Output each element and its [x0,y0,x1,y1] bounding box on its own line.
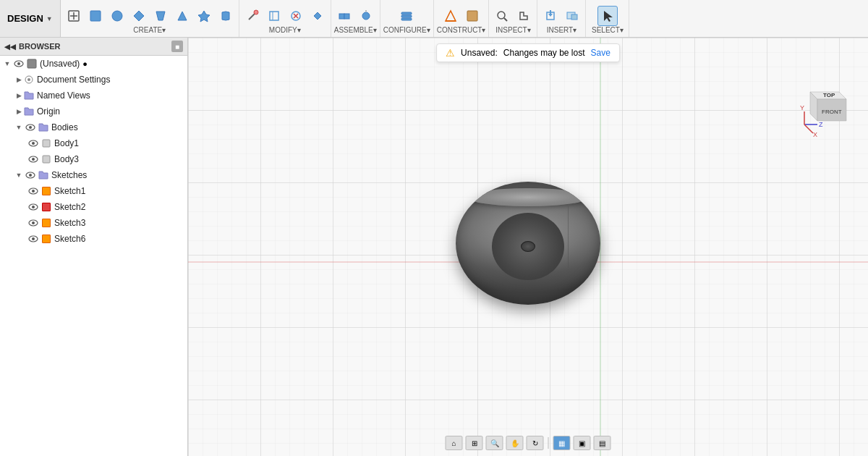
tree-icon-unsaved [26,59,38,69]
assemble-label: ASSEMBLE▾ [334,26,377,34]
browser-close-btn[interactable]: ■ [171,41,183,52]
create-btn-3[interactable] [107,6,127,26]
tree-item-sketch1[interactable]: Sketch1 [0,183,187,199]
main-area: ◀◀ BROWSER ■ ▼ (Unsaved) ● ▶ [0,38,868,456]
tree-eye-sketch1[interactable] [27,185,39,197]
create-btn-6[interactable] [172,6,192,26]
modify-btn-2[interactable] [264,6,284,26]
view-btn-fit[interactable]: ⊞ [466,436,483,450]
tree-arrow-bodies: ▼ [14,123,23,132]
tree-icon-sketch6 [41,234,52,244]
model-inner-cone [492,213,564,281]
create-btn-1[interactable] [64,6,84,26]
construct-btn-2[interactable] [462,6,482,26]
view-btn-display-1[interactable]: ▦ [553,436,571,450]
create-btn-8[interactable] [216,6,236,26]
tree-item-body3[interactable]: Body3 [0,151,187,167]
svg-line-21 [504,18,507,21]
viewport[interactable]: 250 200 150 100 50 0 50 100 150 200 250 … [188,38,868,456]
notification-message: Changes may be lost [503,48,585,58]
tree-item-body1[interactable]: Body1 [0,135,187,151]
modify-section: MODIFY▾ [239,0,331,37]
toolbar-divider [548,437,549,449]
view-btn-display-2[interactable]: ▣ [574,436,591,450]
assemble-btn-1[interactable] [334,6,354,26]
svg-rect-16 [401,15,412,17]
x-axis-label: X [813,131,817,138]
design-dropdown-arrow: ▼ [46,15,53,22]
svg-rect-17 [401,18,412,20]
tree-eye-sketches[interactable] [25,169,36,181]
select-btn-1[interactable] [597,6,618,26]
view-btn-pan[interactable]: ✋ [506,436,524,450]
insert-btn-1[interactable] [540,6,561,26]
tree-item-doc-settings[interactable]: ▶ Document Settings [0,72,187,88]
assemble-btn-2[interactable] [356,6,376,26]
svg-point-44 [32,190,35,193]
tree-item-sketch2[interactable]: Sketch2 [0,199,187,215]
design-menu[interactable]: DESIGN ▼ [0,0,61,37]
inspect-btn-2[interactable] [514,6,534,26]
insert-btn-2[interactable] [562,6,582,26]
create-btn-7[interactable] [194,6,214,26]
tree-icon-sketch1 [41,186,52,196]
tree-record-btn[interactable]: ● [82,59,88,68]
browser-collapse-arrow[interactable]: ◀◀ [4,43,16,51]
model-body [456,182,600,305]
tree-label-named-views: Named Views [37,90,90,101]
create-btn-2[interactable] [85,6,106,26]
browser-header: ◀◀ BROWSER ■ [0,38,187,56]
tree-item-sketch3[interactable]: Sketch3 [0,215,187,231]
tree-eye-body3[interactable] [27,153,39,165]
tree-eye-unsaved[interactable] [13,58,25,69]
inspect-section: INSPECT▾ [489,0,537,37]
tree-item-sketch6[interactable]: Sketch6 [0,231,187,247]
configure-btn-1[interactable] [396,6,417,26]
modify-btn-4[interactable] [307,6,328,26]
tree-label-unsaved: (Unsaved) [40,59,80,69]
tree-item-unsaved[interactable]: ▼ (Unsaved) ● [0,56,187,72]
modify-label: MODIFY▾ [269,26,301,34]
tree-eye-sketch6[interactable] [27,233,39,245]
inspect-btn-1[interactable] [492,6,512,26]
tree-eye-body1[interactable] [27,138,39,149]
main-toolbar: DESIGN ▼ [0,0,868,38]
modify-btn-3[interactable] [286,6,306,26]
tree-eye-sketch2[interactable] [27,201,39,213]
tree-item-named-views[interactable]: ▶ Named Views [0,88,187,104]
tree-label-body1: Body1 [54,138,79,148]
tree-item-bodies[interactable]: ▼ Bodies [0,119,187,135]
tree-arrow-named-views: ▶ [14,91,23,100]
svg-line-76 [804,124,813,133]
view-btn-orbit[interactable]: ↻ [527,436,544,450]
tree-eye-sketch3[interactable] [27,217,39,229]
svg-marker-5 [134,11,144,21]
z-axis-label: Z [819,121,823,128]
modify-btn-1[interactable] [242,6,263,26]
tree-label-body3: Body3 [54,154,79,164]
tree-label-sketch1: Sketch1 [54,186,85,196]
tree-arrow-sketches: ▼ [14,171,23,180]
view-btn-home[interactable]: ⌂ [446,436,463,450]
tree-label-sketch6: Sketch6 [54,234,85,244]
create-btn-4[interactable] [129,6,149,26]
tree-eye-bodies[interactable] [25,122,36,133]
svg-point-13 [362,12,370,20]
view-btn-zoom[interactable]: 🔍 [486,436,503,450]
save-link[interactable]: Save [591,48,610,58]
svg-point-4 [112,11,122,21]
view-btn-display-3[interactable]: ▤ [594,436,611,450]
svg-point-46 [32,206,35,208]
construct-btn-1[interactable] [441,6,461,26]
configure-section: CONFIGURE▾ [380,0,434,37]
model-side-line [568,206,569,268]
create-btn-5[interactable] [150,6,171,26]
construct-label: CONSTRUCT▾ [437,26,486,34]
tree-icon-body3 [41,154,52,164]
tree-item-sketches[interactable]: ▼ Sketches [0,167,187,183]
browser-panel: ◀◀ BROWSER ■ ▼ (Unsaved) ● ▶ [0,38,188,456]
tree-label-sketches: Sketches [51,170,87,180]
design-label: DESIGN [7,13,43,24]
tree-label-doc-settings: Document Settings [37,75,110,85]
tree-item-origin[interactable]: ▶ Origin [0,104,187,119]
